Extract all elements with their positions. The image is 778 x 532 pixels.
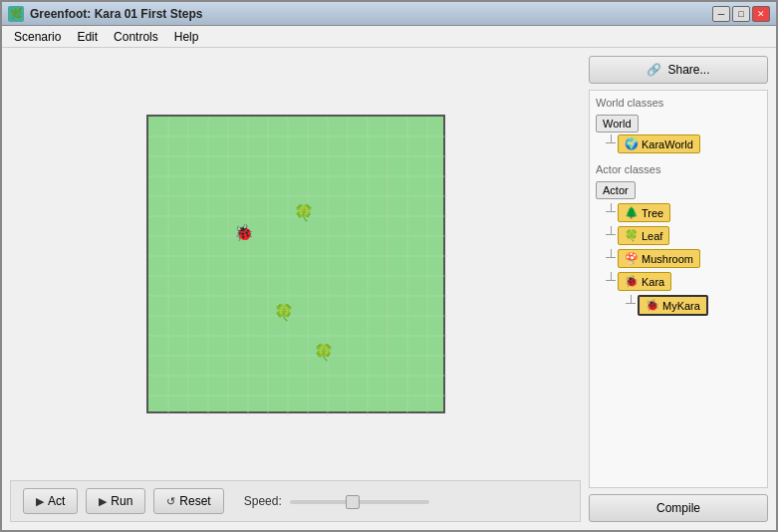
mykara-icon: 🐞 (646, 299, 659, 312)
h-line (606, 142, 616, 143)
right-panel: 🔗 Share... World classes World (589, 56, 768, 522)
kara-actor[interactable]: 🐞 (234, 222, 254, 242)
tree-class-node: 🌲 Tree (606, 203, 761, 222)
share-icon: 🔗 (647, 63, 661, 77)
speed-thumb[interactable] (346, 495, 360, 509)
speed-slider[interactable] (290, 500, 429, 504)
leaf-actor-1[interactable]: 🍀 (294, 202, 314, 222)
window-controls: ─ □ ✕ (712, 6, 770, 22)
karaworld-icon: 🌍 (625, 137, 639, 150)
classes-section: World classes World 🌍 (589, 90, 768, 488)
actor-class-box[interactable]: Actor (596, 181, 636, 199)
menu-help[interactable]: Help (166, 28, 207, 46)
grid-lines-svg (148, 117, 447, 415)
act-label: Act (48, 494, 65, 508)
app-icon: 🌿 (8, 6, 24, 22)
mykara-class-node: 🐞 MyKara (626, 295, 761, 316)
menu-bar: Scenario Edit Controls Help (2, 26, 776, 48)
mushroom-class-label: Mushroom (642, 253, 693, 265)
karaworld-label: KaraWorld (642, 138, 693, 150)
controls-bar: ▶ Act ▶ Run ↺ Reset Speed: (10, 480, 581, 522)
maximize-button[interactable]: □ (732, 6, 750, 22)
kara-class-node: 🐞 Kara (606, 272, 761, 291)
tree-class-label: Tree (642, 207, 663, 219)
actor-class-node: Actor (596, 181, 761, 199)
v-line (611, 134, 612, 142)
run-label: Run (111, 494, 132, 508)
mushroom-class-box[interactable]: 🍄 Mushroom (618, 249, 700, 268)
actor-class-label: Actor (603, 184, 629, 196)
world-class-label: World (603, 118, 632, 130)
mykara-class-label: MyKara (662, 300, 700, 312)
mykara-class-box[interactable]: 🐞 MyKara (638, 295, 708, 316)
actor-section-label: Actor classes (596, 163, 761, 175)
kara-icon: 🐞 (625, 275, 639, 288)
reset-label: Reset (179, 494, 210, 508)
share-label: Share... (667, 63, 709, 77)
tree-icon: 🌲 (625, 206, 639, 219)
canvas-area: 🐞 🍀 🍀 🍀 ▶ Act ▶ Run (10, 56, 581, 522)
leaf-class-node: 🍀 Leaf (606, 226, 761, 245)
act-button[interactable]: ▶ Act (23, 488, 78, 514)
karaworld-branch: 🌍 KaraWorld (606, 134, 761, 153)
title-bar: 🌿 Greenfoot: Kara 01 First Steps ─ □ ✕ (2, 2, 776, 26)
branch-connector (606, 134, 616, 143)
act-icon: ▶ (36, 495, 44, 508)
main-content: 🐞 🍀 🍀 🍀 ▶ Act ▶ Run (2, 48, 776, 530)
world-container: 🐞 🍀 🍀 🍀 (10, 56, 581, 472)
leaf-class-label: Leaf (642, 230, 662, 242)
tree-class-box[interactable]: 🌲 Tree (618, 203, 670, 222)
leaf-actor-3[interactable]: 🍀 (314, 342, 334, 362)
actor-class-tree: Actor 🌲 Tree (596, 181, 761, 316)
window-title: Greenfoot: Kara 01 First Steps (30, 7, 712, 21)
main-window: 🌿 Greenfoot: Kara 01 First Steps ─ □ ✕ S… (0, 0, 778, 532)
kara-class-label: Kara (642, 276, 664, 288)
run-button[interactable]: ▶ Run (86, 488, 145, 514)
mushroom-class-node: 🍄 Mushroom (606, 249, 761, 268)
minimize-button[interactable]: ─ (712, 6, 730, 22)
speed-label: Speed: (244, 494, 282, 508)
run-icon: ▶ (99, 495, 107, 508)
world-grid[interactable]: 🐞 🍀 🍀 🍀 (146, 115, 445, 413)
world-class-box[interactable]: World (596, 115, 639, 133)
close-button[interactable]: ✕ (752, 6, 770, 22)
world-section-label: World classes (596, 97, 761, 109)
karaworld-class-box[interactable]: 🌍 KaraWorld (618, 134, 700, 153)
menu-scenario[interactable]: Scenario (6, 28, 69, 46)
reset-icon: ↺ (166, 495, 175, 508)
share-button[interactable]: 🔗 Share... (589, 56, 768, 84)
mushroom-icon: 🍄 (625, 252, 639, 265)
compile-button[interactable]: Compile (589, 494, 768, 522)
reset-button[interactable]: ↺ Reset (153, 488, 223, 514)
leaf-actor-2[interactable]: 🍀 (274, 302, 294, 322)
menu-edit[interactable]: Edit (69, 28, 106, 46)
leaf-class-box[interactable]: 🍀 Leaf (618, 226, 669, 245)
world-class-node: World (596, 115, 761, 133)
menu-controls[interactable]: Controls (106, 28, 166, 46)
world-class-tree: World 🌍 KaraWorld (596, 115, 761, 153)
kara-class-box[interactable]: 🐞 Kara (618, 272, 671, 291)
leaf-icon: 🍀 (625, 229, 639, 242)
